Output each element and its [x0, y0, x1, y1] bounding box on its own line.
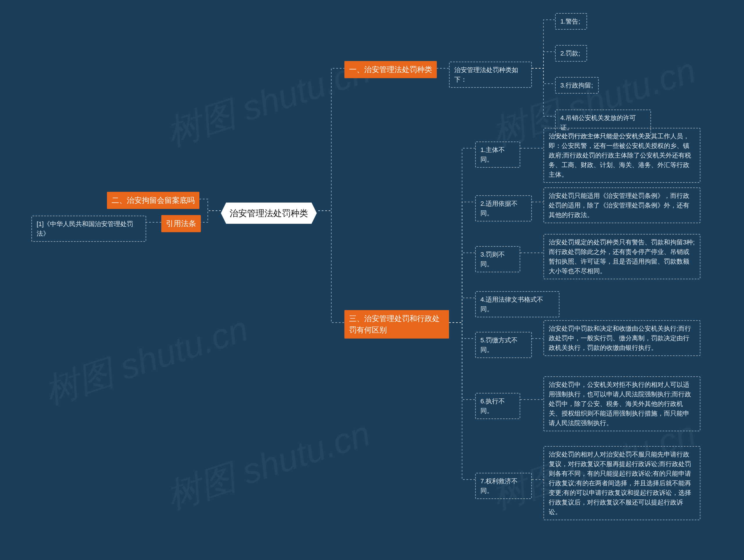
b3-1-desc[interactable]: 治安处罚行政主体只能是公安机关及其工作人员，即：公安民警，还有一些被公安机关授权…: [544, 128, 700, 183]
branch-2[interactable]: 二、治安拘留会留案底吗: [107, 192, 199, 209]
b3-4-title[interactable]: 4.适用法律文书格式不同。: [475, 291, 559, 318]
watermark: 树图 shutu.cn: [39, 306, 254, 416]
branch-1[interactable]: 一、治安管理法处罚种类: [344, 61, 437, 78]
watermark: 树图 shutu.cn: [161, 410, 376, 521]
b1-item-3[interactable]: 3.行政拘留;: [555, 77, 599, 94]
b3-2-title[interactable]: 2.适用依据不同。: [475, 195, 532, 221]
watermark: 树图 shutu.cn: [161, 47, 376, 157]
b3-7-desc[interactable]: 治安处罚的相对人对治安处罚不服只能先申请行政复议，对行政复议不服再提起行政诉讼;…: [544, 446, 700, 520]
b1-item-1[interactable]: 1.警告;: [555, 13, 587, 30]
b1-item-2[interactable]: 2.罚款;: [555, 45, 587, 62]
b3-5-title[interactable]: 5.罚缴方式不同。: [475, 332, 532, 358]
mindmap-canvas: 树图 shutu.cn 树图 shutu.cn 树图 shutu.cn 树图 s…: [0, 0, 744, 560]
b3-7-title[interactable]: 7.权利救济不同。: [475, 473, 532, 499]
b3-6-desc[interactable]: 治安处罚中，公安机关对拒不执行的相对人可以适用强制执行，也可以申请人民法院强制执…: [544, 376, 700, 431]
branch-3[interactable]: 三、治安管理处罚和行政处罚有何区别: [344, 310, 449, 339]
branch-ref[interactable]: 引用法条: [161, 215, 201, 232]
b3-6-title[interactable]: 6.执行不同。: [475, 393, 520, 419]
ref-leaf[interactable]: [1]《中华人民共和国治安管理处罚法》: [31, 216, 146, 242]
b3-3-title[interactable]: 3.罚则不同。: [475, 246, 520, 272]
b3-1-title[interactable]: 1.主体不同。: [475, 142, 520, 168]
b3-3-desc[interactable]: 治安处罚规定的处罚种类只有警告、罚款和拘留3种;而行政处罚除此之外，还有责令停产…: [544, 234, 700, 279]
b1-intro[interactable]: 治安管理法处罚种类如下：: [449, 62, 532, 88]
b3-5-desc[interactable]: 治安处罚中罚款和决定和收缴由公安机关执行;而行政处罚中，一般实行罚、缴分离制，罚…: [544, 320, 700, 356]
root-node[interactable]: 治安管理法处罚种类: [221, 202, 317, 224]
b3-2-desc[interactable]: 治安处罚只能适用《治安管理处罚条例》，而行政处罚的适用，除了《治安管理处罚条例》…: [544, 187, 700, 223]
